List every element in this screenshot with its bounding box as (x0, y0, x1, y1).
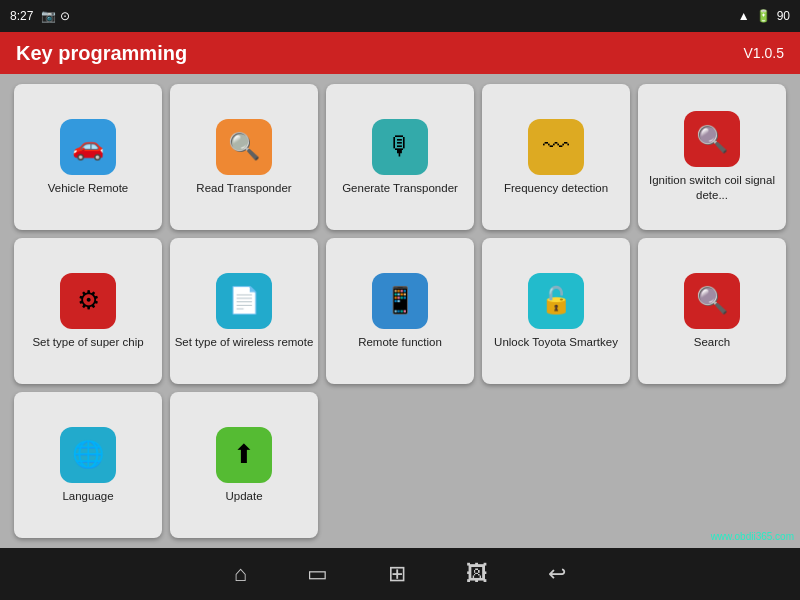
grid-item-read-transponder[interactable]: 🔍Read Transponder (170, 84, 318, 230)
grid-item-search[interactable]: 🔍Search (638, 238, 786, 384)
grid-item-ignition-switch[interactable]: 🔍Ignition switch coil signal dete... (638, 84, 786, 230)
battery-text: 90 (777, 9, 790, 23)
grid-item-frequency-detection[interactable]: 〰Frequency detection (482, 84, 630, 230)
grid-item-unlock-toyota-smartkey[interactable]: 🔓Unlock Toyota Smartkey (482, 238, 630, 384)
grid-icon[interactable]: ⊞ (388, 561, 406, 587)
generate-transponder-label: Generate Transponder (342, 181, 458, 196)
ignition-switch-label: Ignition switch coil signal dete... (642, 173, 782, 203)
grid-item-remote-function[interactable]: 📱Remote function (326, 238, 474, 384)
grid-item-language[interactable]: 🌐Language (14, 392, 162, 538)
grid-item-vehicle-remote[interactable]: 🚗Vehicle Remote (14, 84, 162, 230)
status-icons: 📷 ⊙ (41, 9, 69, 23)
generate-transponder-icon: 🎙 (372, 119, 428, 175)
unlock-toyota-smartkey-icon: 🔓 (528, 273, 584, 329)
set-type-wireless-remote-icon: 📄 (216, 273, 272, 329)
update-icon: ⬆ (216, 427, 272, 483)
image-icon[interactable]: 🖼 (466, 561, 488, 587)
status-left: 8:27 📷 ⊙ (10, 9, 70, 23)
status-bar: 8:27 📷 ⊙ ▲ 🔋 90 (0, 0, 800, 32)
set-type-wireless-remote-label: Set type of wireless remote (175, 335, 314, 350)
remote-function-label: Remote function (358, 335, 442, 350)
update-label: Update (225, 489, 262, 504)
grid-item-update[interactable]: ⬆Update (170, 392, 318, 538)
square-icon[interactable]: ▭ (307, 561, 328, 587)
grid-item-set-type-super-chip[interactable]: ⚙Set type of super chip (14, 238, 162, 384)
frequency-detection-icon: 〰 (528, 119, 584, 175)
vehicle-remote-label: Vehicle Remote (48, 181, 129, 196)
read-transponder-label: Read Transponder (196, 181, 291, 196)
language-label: Language (62, 489, 113, 504)
page-title: Key programming (16, 42, 187, 65)
frequency-detection-label: Frequency detection (504, 181, 608, 196)
home-icon[interactable]: ⌂ (234, 561, 247, 587)
set-type-super-chip-label: Set type of super chip (32, 335, 143, 350)
status-time: 8:27 (10, 9, 33, 23)
watermark: www.obdii365.com (711, 531, 794, 542)
unlock-toyota-smartkey-label: Unlock Toyota Smartkey (494, 335, 618, 350)
app-grid: 🚗Vehicle Remote🔍Read Transponder🎙Generat… (14, 84, 786, 538)
grid-item-set-type-wireless-remote[interactable]: 📄Set type of wireless remote (170, 238, 318, 384)
wifi-icon: ▲ (738, 9, 750, 23)
nav-bar: ⌂ ▭ ⊞ 🖼 ↩ (0, 548, 800, 600)
main-content: 🚗Vehicle Remote🔍Read Transponder🎙Generat… (0, 74, 800, 548)
search-icon: 🔍 (684, 273, 740, 329)
language-icon: 🌐 (60, 427, 116, 483)
title-bar: Key programming V1.0.5 (0, 32, 800, 74)
set-type-super-chip-icon: ⚙ (60, 273, 116, 329)
ignition-switch-icon: 🔍 (684, 111, 740, 167)
version-label: V1.0.5 (744, 45, 784, 61)
back-icon[interactable]: ↩ (548, 561, 566, 587)
battery-icon: 🔋 (756, 9, 771, 23)
grid-item-generate-transponder[interactable]: 🎙Generate Transponder (326, 84, 474, 230)
remote-function-icon: 📱 (372, 273, 428, 329)
status-right: ▲ 🔋 90 (738, 9, 790, 23)
vehicle-remote-icon: 🚗 (60, 119, 116, 175)
read-transponder-icon: 🔍 (216, 119, 272, 175)
search-label: Search (694, 335, 730, 350)
